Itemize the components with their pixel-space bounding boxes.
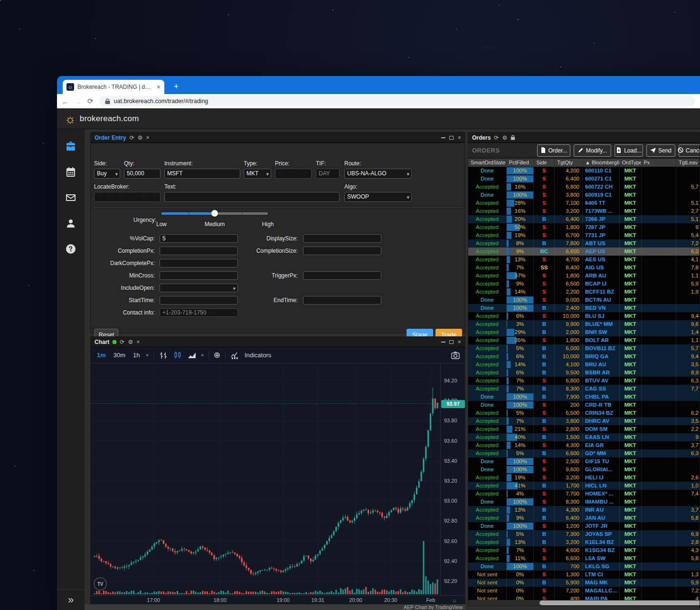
back-icon[interactable]: ← (62, 97, 69, 105)
compare-add-icon[interactable]: ⊕ (214, 350, 220, 360)
indicators-icon[interactable] (230, 351, 240, 360)
axis-settings-icon[interactable]: ☼ (452, 597, 457, 604)
order-row[interactable]: Accepted6%B9,500BSBR ARMKT8,9 (468, 369, 700, 377)
order-row[interactable]: Accepted13%B3,200K1EL34 BZMKT2,8 (468, 538, 700, 546)
min_cross-field[interactable] (160, 271, 238, 280)
order-row[interactable]: Done100%S9,600GLORIAI...MKT (468, 466, 700, 474)
modify-button[interactable]: Modify... (574, 144, 611, 157)
forward-icon[interactable]: → (75, 97, 82, 105)
interval-1m[interactable]: 1m (95, 351, 107, 360)
minimize-icon[interactable] (441, 137, 445, 138)
order-row[interactable]: Done100%B700LKLG SGMKT (468, 562, 700, 571)
sidebar-item-account user-icon[interactable] (65, 218, 76, 229)
order-row[interactable]: Accepted14%B4,100BRU AUMKT3,5 (468, 361, 700, 369)
order-row[interactable]: Accepted29%B2,000BNR SWMKT1,4 (468, 328, 700, 336)
order-row[interactable]: Accepted16%S6,800600722 CHMKT5,7 (468, 183, 700, 191)
order-row[interactable]: Done100%S6,400600271 C1MKT (468, 175, 700, 183)
column-header-tgtleav[interactable]: TgtLeav (676, 159, 700, 167)
side-field[interactable]: Buy (94, 169, 120, 179)
price-axis[interactable]: 94.2094.0093.8093.6093.4093.2093.0092.80… (440, 363, 465, 595)
order-row[interactable]: Accepted9%BC6,600AEP USMKT6,0 (468, 248, 700, 256)
order-row[interactable]: Accepted50%S1,8007287 JPMKT9 (468, 223, 700, 231)
column-header-tgtqty[interactable]: TgtQty (555, 159, 583, 167)
column-header-bloombergid[interactable]: ▲ BloombergID (583, 159, 620, 167)
instrument-field[interactable]: MSFT (164, 169, 240, 179)
sidebar-collapse-button[interactable]: » (57, 589, 85, 610)
order-row[interactable]: Accepted41%B1,700HICL LNMKT1,0 (468, 482, 700, 490)
order-row[interactable]: Accepted14%S4,300EIA GRMKT3,7 (468, 441, 700, 449)
close-icon[interactable]: × (146, 135, 150, 141)
display_size-field[interactable] (303, 234, 381, 243)
order-row[interactable]: Accepted37%S1,800ARB AUMKT1,1 (468, 272, 700, 280)
indicators-label[interactable]: Indicators (245, 352, 271, 359)
order-row[interactable]: Accepted5%S6,500CRIN34 BZMKT6,2 (468, 409, 700, 417)
maximize-icon[interactable] (449, 340, 454, 344)
close-icon[interactable]: × (457, 135, 461, 140)
order-row[interactable]: Accepted21%S2,800DOM SMMKT2,2 (468, 425, 700, 433)
order-row[interactable]: Accepted11%S6,600L5A SWMKT5,8 (468, 554, 700, 562)
refresh-icon[interactable]: ⟳ (87, 97, 94, 105)
close-icon[interactable]: × (136, 339, 140, 345)
order-row[interactable]: Not sent0%S7,200MAGALLC...MKT7,2 (468, 587, 700, 595)
order-row[interactable]: Accepted3%B9,900BLUE* MMMKT9,6 (468, 320, 700, 328)
column-header-ordtype[interactable]: OrdType (620, 159, 642, 167)
order-row[interactable]: Accepted19%S6,7007731 JPMKT5,4 (468, 231, 700, 239)
order-row[interactable]: Accepted13%S4,700AES USMKT4,1 (468, 256, 700, 264)
sidebar-item-messages mail-icon[interactable] (65, 192, 76, 203)
order-row[interactable]: Done100%S9,000BCT/N AUMKT (468, 296, 700, 304)
order-row[interactable]: Not sent0%B5,900MAG MKMKT5,9 (468, 579, 700, 587)
completion_px-field[interactable] (160, 247, 238, 255)
cancel-button[interactable]: Cancel... (679, 144, 700, 157)
order-row[interactable]: Accepted5%B7,300JOYAS SPMKT6,9 (468, 530, 700, 538)
order-row[interactable]: Accepted6%S10,000BLU SJMKT9,4 (468, 312, 700, 320)
order-row[interactable]: Done100%S4,200600110 C1MKT (468, 167, 700, 175)
scrollbar-thumb[interactable] (539, 600, 700, 605)
refresh-icon[interactable]: ⟳ (120, 339, 124, 345)
urgency-slider-thumb[interactable] (211, 210, 218, 217)
bars-chart-type-icon[interactable] (159, 351, 168, 360)
order-button[interactable]: Order... (537, 144, 570, 157)
order-row[interactable]: Accepted6%B10,000BRIQ GAMKT9,4 (468, 353, 700, 361)
browser-tab[interactable]: ☼ Brokereach - TRADING | demo × (63, 80, 164, 94)
column-header-pctfilled[interactable]: PctFilled (507, 159, 534, 167)
order-row[interactable]: Accepted7%B8,300CAG SSMKT7,7 (468, 385, 700, 393)
time-axis[interactable]: ☼ 17:0018:0019:0019:3120:0020:30Feb (91, 595, 466, 605)
route-field[interactable]: UBS-NA-ALGO (344, 169, 412, 179)
gear-icon[interactable]: ⚙ (138, 135, 143, 141)
order-row[interactable]: Accepted20%B6,4007266 JPMKT5,1 (468, 215, 700, 223)
order-row[interactable]: Accepted40%B1,500EAAS LNMKT9 (468, 433, 700, 441)
send-button[interactable]: Send (646, 144, 675, 157)
order-row[interactable]: Done100%S200CRD-R TBMKT (468, 401, 700, 409)
close-icon[interactable]: × (457, 340, 461, 344)
order-row[interactable]: Accepted35%S1,800BOLT ARMKT1,1 (468, 336, 700, 344)
tab-close-icon[interactable]: × (157, 83, 161, 91)
gear-icon[interactable]: ⚙ (128, 339, 133, 345)
chevron-down-icon[interactable]: ▾ (201, 353, 204, 358)
algo-field[interactable]: SWOOP (344, 192, 412, 202)
order-row[interactable]: Accepted8%B7,800ABT USMKT7,2 (468, 239, 700, 248)
camera-snapshot-icon[interactable] (451, 351, 460, 360)
volcap-field[interactable]: 5 (160, 234, 238, 243)
order-row[interactable]: Done100%S3,800600919 C1MKT (468, 191, 700, 199)
order-row[interactable]: Done100%S2,500GIF15 TUMKT (468, 458, 700, 466)
column-header-smartordstate[interactable]: SmartOrdState (468, 159, 507, 167)
order-row[interactable]: Accepted7%S4,600K1SG34 BZMKT4,3 (468, 546, 700, 554)
order-row[interactable]: Accepted28%S7,1006405 TTMKT5,1 (468, 199, 700, 207)
type-field[interactable]: MKT (244, 169, 271, 179)
maximize-icon[interactable] (449, 136, 454, 140)
sidebar-item-trading briefcase-icon[interactable] (65, 141, 76, 152)
order-row[interactable]: Accepted5%B6,000BOVB11 BZMKT5,7 (468, 344, 700, 353)
gear-icon[interactable]: ⚙ (502, 135, 507, 141)
completion_size-field[interactable] (303, 247, 381, 255)
qty-field[interactable]: 50,000 (124, 169, 161, 179)
order-row[interactable]: Accepted9%B6,400JAN AUMKT5,8 (468, 514, 700, 522)
order-row[interactable]: Not sent0%S1,300LTM CIMKT1,3 (468, 571, 700, 579)
sidebar-item-calendar calendar-icon[interactable] (65, 166, 76, 178)
order-row[interactable]: Done100%B2,400BED VNMKT (468, 304, 700, 312)
order-row[interactable]: Accepted7%SS8,400AIG USMKT7,8 (468, 264, 700, 272)
end_time-field[interactable] (303, 296, 381, 305)
refresh-icon[interactable]: ⟳ (494, 135, 499, 141)
order-row[interactable]: Accepted14%S2,200BCFF11 BZMKT1,9 (468, 288, 700, 296)
order-row[interactable]: Done100%B7,900CHBL PAMKT (468, 393, 700, 401)
chart-plot-area[interactable]: 94.2094.0093.8093.6093.4093.2093.0092.80… (91, 363, 465, 605)
